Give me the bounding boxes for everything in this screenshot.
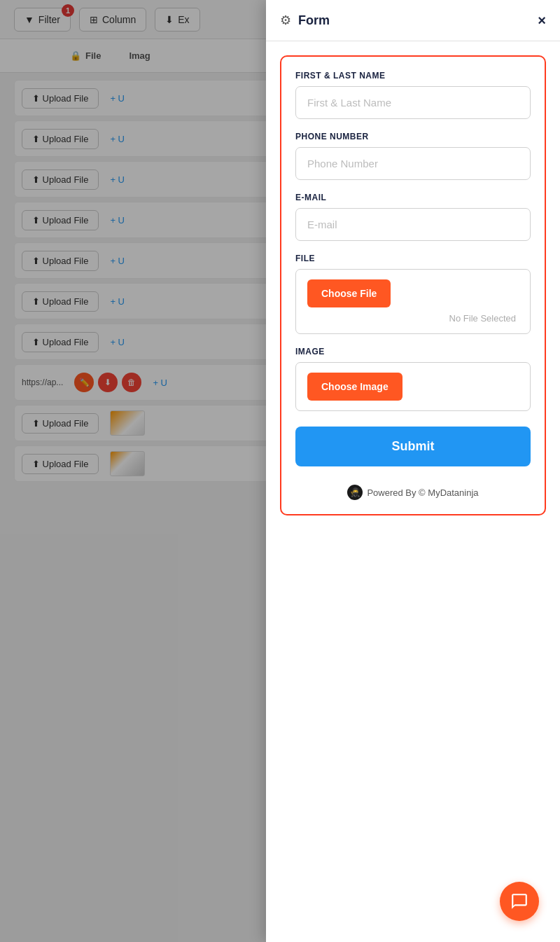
modal-close-button[interactable]: × — [538, 13, 546, 27]
no-file-text: No File Selected — [307, 313, 519, 324]
email-input[interactable] — [295, 208, 531, 241]
chat-icon — [510, 892, 528, 910]
modal-header: ⚙ Form × — [266, 0, 560, 41]
image-label: IMAGE — [295, 347, 531, 356]
ninja-logo-icon: 🥷 — [347, 485, 363, 500]
name-label: FIRST & LAST NAME — [295, 71, 531, 81]
name-field-group: FIRST & LAST NAME — [295, 71, 531, 119]
image-upload-box: Choose Image — [295, 362, 531, 411]
chat-fab-button[interactable] — [500, 882, 539, 921]
file-upload-box: Choose File No File Selected — [295, 269, 531, 334]
powered-by-text: Powered By © MyDataninja — [367, 487, 478, 498]
email-field-group: E-MAIL — [295, 193, 531, 241]
modal-body: FIRST & LAST NAME PHONE NUMBER E-MAIL FI… — [266, 41, 560, 942]
form-container: FIRST & LAST NAME PHONE NUMBER E-MAIL FI… — [280, 55, 546, 515]
choose-image-button[interactable]: Choose Image — [307, 373, 402, 401]
form-modal: ⚙ Form × FIRST & LAST NAME PHONE NUMBER … — [266, 0, 560, 942]
file-label: FILE — [295, 254, 531, 263]
phone-label: PHONE NUMBER — [295, 132, 531, 141]
name-input[interactable] — [295, 86, 531, 119]
form-settings-icon: ⚙ — [280, 13, 291, 28]
phone-input[interactable] — [295, 147, 531, 180]
choose-file-button[interactable]: Choose File — [307, 279, 391, 307]
modal-title: Form — [298, 13, 531, 28]
submit-button[interactable]: Submit — [295, 427, 531, 466]
powered-by: 🥷 Powered By © MyDataninja — [295, 479, 531, 500]
phone-field-group: PHONE NUMBER — [295, 132, 531, 180]
file-field-group: FILE Choose File No File Selected — [295, 254, 531, 334]
email-label: E-MAIL — [295, 193, 531, 202]
image-field-group: IMAGE Choose Image — [295, 347, 531, 411]
